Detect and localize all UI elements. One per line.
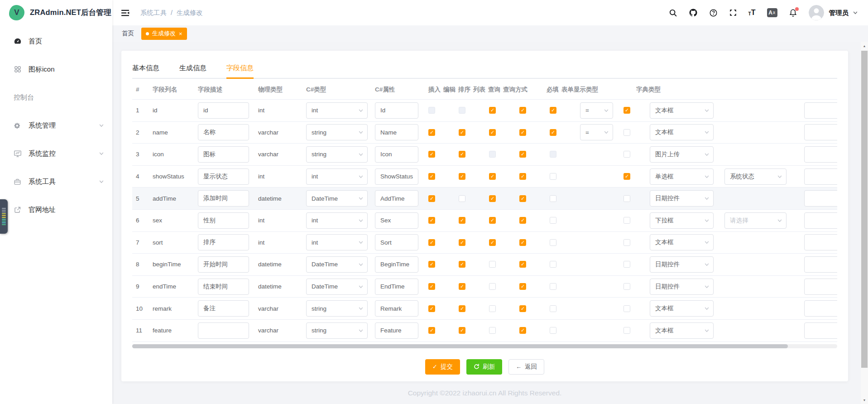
insert-checkbox[interactable]: ✓	[428, 283, 435, 290]
csharp-type-select[interactable]: DateTime	[306, 279, 368, 295]
list-checkbox[interactable]: ✓	[519, 261, 526, 268]
csharp-property-input[interactable]: BeginTime	[375, 256, 418, 273]
column-desc-input[interactable]: 开始时间	[198, 256, 249, 273]
csharp-property-input[interactable]: Remark	[375, 300, 418, 317]
csharp-type-select[interactable]: DateTime	[306, 256, 368, 273]
side-panel-handle[interactable]	[0, 199, 8, 234]
form-display-type-select[interactable]: 单选框	[650, 168, 714, 185]
column-desc-input[interactable]: 图标	[198, 146, 249, 163]
form-display-type-select[interactable]: 下拉框	[650, 212, 714, 229]
list-checkbox[interactable]: ✓	[519, 151, 526, 158]
sort-checkbox[interactable]: ✓	[489, 283, 496, 290]
required-checkbox[interactable]: ✓	[623, 129, 630, 136]
query-type-select[interactable]: =	[580, 124, 613, 140]
overflow-cut-input[interactable]	[804, 124, 837, 140]
edit-checkbox[interactable]: ✓	[459, 195, 465, 202]
help-icon[interactable]	[709, 9, 718, 17]
column-desc-input[interactable]: 备注	[198, 300, 249, 317]
sidebar-item-system-admin[interactable]: 系统管理	[0, 111, 112, 139]
horizontal-scrollbar[interactable]	[132, 344, 837, 348]
required-checkbox[interactable]: ✓	[623, 217, 630, 224]
form-display-type-select[interactable]: 文本框	[650, 300, 714, 317]
sort-checkbox[interactable]: ✓	[489, 217, 496, 224]
fullscreen-icon[interactable]	[729, 9, 737, 17]
sidebar-item-icons[interactable]: 图标icon	[0, 55, 112, 83]
vertical-scrollbar-thumb[interactable]	[861, 51, 868, 368]
required-checkbox[interactable]: ✓	[623, 195, 630, 202]
edit-checkbox[interactable]: ✓	[459, 239, 465, 246]
csharp-property-input[interactable]: AddTime	[375, 190, 418, 207]
csharp-property-input[interactable]: Sex	[375, 212, 418, 229]
close-tab-icon[interactable]: ×	[179, 31, 182, 37]
csharp-property-input[interactable]: Name	[375, 124, 418, 140]
csharp-property-input[interactable]: Icon	[375, 146, 418, 163]
overflow-cut-input[interactable]	[804, 212, 837, 229]
list-checkbox[interactable]: ✓	[519, 107, 526, 114]
search-icon[interactable]	[669, 9, 677, 17]
overflow-cut-input[interactable]	[804, 256, 837, 273]
column-desc-input[interactable]: id	[198, 102, 249, 119]
query-checkbox[interactable]: ✓	[550, 129, 556, 136]
sort-checkbox[interactable]: ✓	[489, 151, 496, 158]
list-checkbox[interactable]: ✓	[519, 283, 526, 290]
required-checkbox[interactable]: ✓	[623, 151, 630, 158]
edit-checkbox[interactable]: ✓	[459, 107, 465, 114]
csharp-property-input[interactable]: Feature	[375, 322, 418, 339]
edit-checkbox[interactable]: ✓	[459, 327, 465, 334]
form-display-type-select[interactable]: 文本框	[650, 322, 714, 339]
vertical-scrollbar[interactable]: ▲ ▼	[861, 42, 868, 404]
csharp-type-select[interactable]: int	[306, 102, 368, 119]
required-checkbox[interactable]: ✓	[623, 327, 630, 334]
csharp-type-select[interactable]: string	[306, 124, 368, 140]
overflow-cut-input[interactable]	[804, 300, 837, 317]
list-checkbox[interactable]: ✓	[519, 129, 526, 136]
insert-checkbox[interactable]: ✓	[428, 239, 435, 246]
required-checkbox[interactable]: ✓	[623, 173, 630, 180]
required-checkbox[interactable]: ✓	[623, 107, 630, 114]
column-desc-input[interactable]	[198, 322, 249, 339]
required-checkbox[interactable]: ✓	[623, 261, 630, 268]
insert-checkbox[interactable]: ✓	[428, 305, 435, 312]
bell-icon[interactable]	[789, 9, 797, 17]
提交-button[interactable]: ✓提交	[425, 359, 460, 375]
query-checkbox[interactable]: ✓	[550, 283, 556, 290]
required-checkbox[interactable]: ✓	[623, 305, 630, 312]
overflow-cut-input[interactable]	[804, 146, 837, 163]
column-desc-input[interactable]: 结束时间	[198, 279, 249, 295]
sidebar-item-website[interactable]: 官网地址	[0, 196, 112, 224]
column-desc-input[interactable]: 添加时间	[198, 190, 249, 207]
edit-checkbox[interactable]: ✓	[459, 151, 465, 158]
tagsview-tab[interactable]: 首页	[119, 29, 137, 38]
insert-checkbox[interactable]: ✓	[428, 173, 435, 180]
overflow-cut-input[interactable]	[804, 322, 837, 339]
sort-checkbox[interactable]: ✓	[489, 239, 496, 246]
csharp-property-input[interactable]: ShowStatus	[375, 168, 418, 185]
csharp-property-input[interactable]: Id	[375, 102, 418, 119]
edit-checkbox[interactable]: ✓	[459, 217, 465, 224]
avatar[interactable]	[809, 5, 824, 20]
csharp-type-select[interactable]: int	[306, 212, 368, 229]
column-desc-input[interactable]: 显示状态	[198, 168, 249, 185]
query-checkbox[interactable]: ✓	[550, 327, 556, 334]
sort-checkbox[interactable]: ✓	[489, 173, 496, 180]
csharp-type-select[interactable]: int	[306, 234, 368, 250]
dict-type-select[interactable]: 请选择	[724, 212, 786, 229]
insert-checkbox[interactable]: ✓	[428, 261, 435, 268]
sort-checkbox[interactable]: ✓	[489, 195, 496, 202]
required-checkbox[interactable]: ✓	[623, 239, 630, 246]
sort-checkbox[interactable]: ✓	[489, 261, 496, 268]
csharp-property-input[interactable]: EndTime	[375, 279, 418, 295]
query-checkbox[interactable]: ✓	[550, 107, 556, 114]
form-display-type-select[interactable]: 日期控件	[650, 279, 714, 295]
form-display-type-select[interactable]: 图片上传	[650, 146, 714, 163]
insert-checkbox[interactable]: ✓	[428, 327, 435, 334]
insert-checkbox[interactable]: ✓	[428, 151, 435, 158]
sort-checkbox[interactable]: ✓	[489, 305, 496, 312]
column-desc-input[interactable]: 性别	[198, 212, 249, 229]
tab-基本信息[interactable]: 基本信息	[132, 58, 159, 78]
insert-checkbox[interactable]: ✓	[428, 217, 435, 224]
list-checkbox[interactable]: ✓	[519, 195, 526, 202]
edit-checkbox[interactable]: ✓	[459, 173, 465, 180]
overflow-cut-input[interactable]	[804, 279, 837, 295]
query-checkbox[interactable]: ✓	[550, 217, 556, 224]
